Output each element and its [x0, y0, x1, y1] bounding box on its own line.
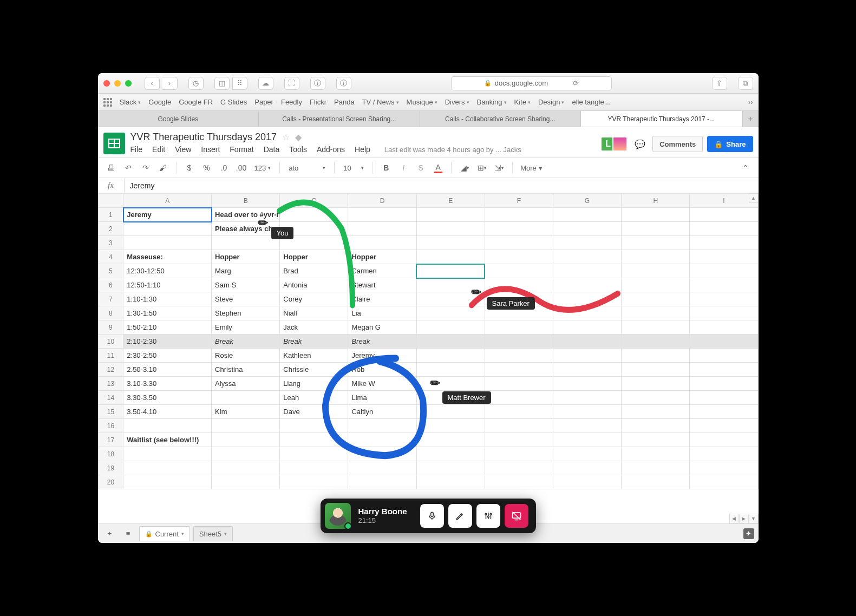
cell[interactable]: [416, 461, 485, 475]
row-header[interactable]: 14: [98, 391, 123, 405]
bookmark-item[interactable]: Musique▾: [407, 98, 437, 106]
bold-button[interactable]: B: [378, 161, 394, 175]
cell[interactable]: [690, 320, 758, 335]
cell[interactable]: 3.10-3.30: [123, 377, 212, 391]
share-button[interactable]: 🔒 Share: [707, 136, 753, 152]
cell[interactable]: [622, 475, 690, 489]
menu-help[interactable]: Help: [355, 145, 370, 154]
cell[interactable]: [553, 208, 621, 222]
cell[interactable]: [416, 208, 485, 222]
cell[interactable]: Break: [212, 335, 280, 349]
cell[interactable]: [690, 208, 758, 222]
cell[interactable]: [622, 208, 690, 222]
cell[interactable]: [416, 377, 485, 391]
bookmark-item[interactable]: Panda: [334, 98, 355, 106]
cell[interactable]: Steve: [212, 292, 280, 306]
share-button[interactable]: ⇪: [712, 77, 727, 90]
cell[interactable]: [553, 405, 621, 419]
cell[interactable]: [123, 447, 212, 461]
cell[interactable]: [553, 222, 621, 236]
cell[interactable]: [485, 222, 553, 236]
cell[interactable]: [485, 264, 553, 278]
cell[interactable]: [280, 433, 348, 447]
cell[interactable]: [622, 363, 690, 377]
column-header[interactable]: I: [690, 194, 758, 208]
cell[interactable]: Mike W: [348, 377, 416, 391]
minimize-window-button[interactable]: [114, 80, 121, 87]
row-header[interactable]: 9: [98, 320, 123, 335]
cell[interactable]: [553, 236, 621, 250]
cell[interactable]: [416, 250, 485, 264]
sheet-tab-current[interactable]: 🔒 Current ▾: [139, 526, 190, 541]
cell[interactable]: Jeremy: [348, 349, 416, 363]
scroll-down-button[interactable]: ▼: [749, 514, 759, 523]
cell[interactable]: [622, 306, 690, 320]
apps-icon[interactable]: [103, 98, 112, 107]
cell[interactable]: [553, 461, 621, 475]
column-header[interactable]: F: [485, 194, 553, 208]
cell[interactable]: Christina: [212, 363, 280, 377]
cell[interactable]: [553, 306, 621, 320]
cell[interactable]: [348, 222, 416, 236]
menu-data[interactable]: Data: [264, 145, 280, 154]
bookmark-item[interactable]: elle tangle...: [572, 98, 610, 106]
cell[interactable]: [416, 236, 485, 250]
cell[interactable]: Stewart: [348, 278, 416, 292]
fill-color-button[interactable]: ◢▾: [457, 161, 472, 175]
cell[interactable]: Alyssa: [212, 377, 280, 391]
cell[interactable]: [416, 391, 485, 405]
browser-tab[interactable]: Google Slides: [98, 111, 259, 127]
cell[interactable]: [280, 447, 348, 461]
decrease-decimal-button[interactable]: .0: [217, 161, 232, 175]
cell[interactable]: [280, 222, 348, 236]
cell[interactable]: [280, 475, 348, 489]
cell[interactable]: [416, 292, 485, 306]
cell[interactable]: [416, 433, 485, 447]
cell[interactable]: Corey: [280, 292, 348, 306]
cell[interactable]: [553, 292, 621, 306]
cell[interactable]: [622, 419, 690, 433]
paint-format-icon[interactable]: 🖌: [155, 161, 171, 175]
all-sheets-button[interactable]: ≡: [121, 526, 136, 541]
cell[interactable]: Rosie: [212, 349, 280, 363]
cell[interactable]: [416, 419, 485, 433]
merge-button[interactable]: ⇲▾: [492, 161, 507, 175]
cell[interactable]: Claire: [348, 292, 416, 306]
row-header[interactable]: 5: [98, 264, 123, 278]
cell[interactable]: [485, 320, 553, 335]
cell[interactable]: 1:50-2:10: [123, 320, 212, 335]
cell[interactable]: [416, 278, 485, 292]
cell[interactable]: [553, 475, 621, 489]
cell[interactable]: [622, 278, 690, 292]
cell[interactable]: [622, 447, 690, 461]
cell[interactable]: [123, 222, 212, 236]
cell[interactable]: [553, 377, 621, 391]
cell[interactable]: Waitlist (see below!!!): [123, 433, 212, 447]
cell[interactable]: [348, 475, 416, 489]
cell[interactable]: [212, 461, 280, 475]
cell[interactable]: [416, 349, 485, 363]
cell[interactable]: [485, 363, 553, 377]
cell[interactable]: [348, 419, 416, 433]
percent-button[interactable]: %: [199, 161, 214, 175]
cell[interactable]: Niall: [280, 306, 348, 320]
cell[interactable]: [123, 419, 212, 433]
italic-button[interactable]: I: [396, 161, 411, 175]
cell[interactable]: [212, 447, 280, 461]
cell[interactable]: [416, 475, 485, 489]
cell[interactable]: [690, 292, 758, 306]
browser-tab[interactable]: Calls - Presentational Screen Sharing...: [259, 111, 420, 127]
cell[interactable]: [622, 292, 690, 306]
cell[interactable]: [123, 461, 212, 475]
menu-tools[interactable]: Tools: [289, 145, 307, 154]
menu-insert[interactable]: Insert: [201, 145, 220, 154]
cell[interactable]: [553, 433, 621, 447]
cell[interactable]: [690, 377, 758, 391]
cell[interactable]: [690, 363, 758, 377]
cell[interactable]: Antonia: [280, 278, 348, 292]
cell[interactable]: [553, 250, 621, 264]
cell[interactable]: Lima: [348, 391, 416, 405]
cell[interactable]: Break: [280, 335, 348, 349]
add-sheet-button[interactable]: +: [102, 526, 117, 541]
cell[interactable]: Carmen: [348, 264, 416, 278]
